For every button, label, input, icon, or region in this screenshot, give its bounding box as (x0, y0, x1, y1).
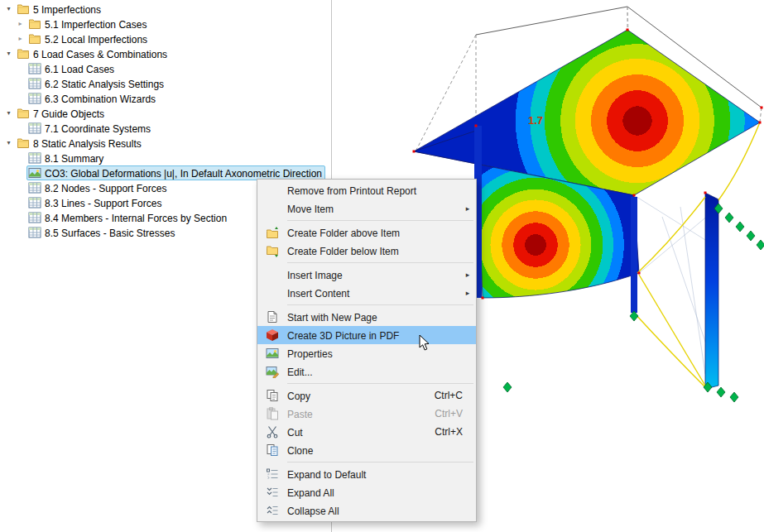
tree-item-label: 7.1 Coordinate Systems (45, 122, 151, 135)
menu-item-create-folder-below-item[interactable]: Create Folder below Item (257, 242, 476, 260)
menu-item-label: Remove from Printout Report (287, 185, 473, 197)
table-icon (28, 77, 41, 90)
image-icon (28, 166, 41, 180)
tree-item-7-guide-objects[interactable]: ▾7 Guide Objects (0, 106, 329, 121)
tree-node[interactable]: 8.4 Members - Internal Forces by Section (26, 210, 230, 225)
menu-item-copy[interactable]: CopyCtrl+C (257, 386, 476, 405)
menu-item-label: Move Item (287, 203, 463, 215)
menu-icon-gutter (257, 504, 287, 517)
copy-icon (266, 389, 279, 402)
table-icon (28, 122, 41, 135)
menu-item-paste: PasteCtrl+V (257, 405, 476, 423)
tree-item-label: 6.3 Combination Wizards (45, 93, 156, 105)
menu-item-label: Cut (287, 426, 435, 439)
tree-node[interactable]: 6 Load Cases & Combinations (15, 46, 171, 61)
tree-item-8-static-analysis-results[interactable]: ▾8 Static Analysis Results (0, 136, 329, 151)
tree-item-5-imperfections[interactable]: ▾5 Imperfections (0, 2, 329, 17)
tree-node[interactable]: 5 Imperfections (15, 2, 104, 17)
menu-item-label: Paste (287, 408, 435, 420)
table-icon (28, 226, 41, 239)
menu-item-clone[interactable]: Clone (257, 441, 476, 459)
menu-item-properties[interactable]: Properties (257, 344, 476, 362)
tree-item-7-1-coordinate-systems[interactable]: 7.1 Coordinate Systems (0, 121, 329, 136)
menu-icon-gutter (257, 328, 287, 342)
tree-item-6-1-load-cases[interactable]: 6.1 Load Cases (0, 61, 329, 76)
folder-icon (17, 107, 30, 120)
folder-icon (17, 47, 30, 60)
menu-item-label: Create 3D Picture in PDF (287, 329, 473, 342)
tree-node[interactable]: 8.1 Summary (26, 151, 107, 165)
clone-icon (266, 443, 279, 457)
menu-item-label: Expand to Default (287, 468, 473, 481)
table-icon (28, 181, 41, 194)
menu-item-start-with-new-page[interactable]: Start with New Page (257, 308, 476, 326)
menu-item-create-folder-above-item[interactable]: Create Folder above Item (257, 223, 476, 242)
menu-item-cut[interactable]: CutCtrl+X (257, 423, 476, 441)
menu-separator (287, 462, 473, 463)
chevron-collapsed-icon[interactable]: ▸ (14, 31, 26, 46)
chevron-expanded-icon[interactable]: ▾ (2, 106, 15, 121)
menu-item-move-item[interactable]: Move Item▸ (257, 199, 476, 218)
menu-separator (287, 383, 473, 384)
tree-item-label: 8.4 Members - Internal Forces by Section (45, 212, 227, 224)
menu-item-label: Insert Image (287, 269, 463, 281)
menu-item-expand-all[interactable]: Expand All (257, 483, 476, 501)
menu-item-insert-content[interactable]: Insert Content▸ (257, 284, 476, 302)
tree-item-8-1-summary[interactable]: 8.1 Summary (0, 151, 329, 165)
tree-item-label: 8.1 Summary (45, 152, 103, 165)
menu-item-remove-from-printout-report[interactable]: Remove from Printout Report (257, 181, 476, 199)
context-menu: Remove from Printout ReportMove Item▸Cre… (257, 179, 477, 522)
tree-item-6-3-combination-wizards[interactable]: 6.3 Combination Wizards (0, 91, 329, 106)
tree-item-label: 5 Imperfections (33, 3, 101, 16)
tree-node[interactable]: 7.1 Coordinate Systems (26, 121, 154, 136)
menu-item-create-3d-picture-in-pdf[interactable]: Create 3D Picture in PDF (257, 326, 476, 344)
menu-separator (287, 220, 473, 221)
chevron-expanded-icon[interactable]: ▾ (2, 46, 15, 61)
chevron-collapsed-icon[interactable]: ▸ (14, 17, 26, 31)
tree-node[interactable]: 5.1 Imperfection Cases (26, 17, 150, 31)
tree-item-6-2-static-analysis-settings[interactable]: 6.2 Static Analysis Settings (0, 76, 329, 91)
tree-node[interactable]: 8.3 Lines - Support Forces (26, 195, 165, 210)
menu-item-expand-to-default[interactable]: Expand to Default (257, 465, 476, 483)
table-icon (28, 151, 41, 165)
mouse-cursor (419, 334, 430, 352)
menu-item-edit[interactable]: Edit... (257, 362, 476, 381)
table-icon (28, 211, 41, 224)
tree-item-5-1-imperfection-cases[interactable]: ▸5.1 Imperfection Cases (0, 17, 329, 31)
folder-above-icon (266, 226, 279, 239)
printout-report-window: 1.7 ▾5 Imperfections▸5.1 Imperfection Ca… (0, 0, 764, 532)
chevron-expanded-icon[interactable]: ▾ (2, 136, 15, 151)
tree-item-6-load-cases-combinations[interactable]: ▾6 Load Cases & Combinations (0, 46, 329, 61)
tree-node[interactable]: 6.3 Combination Wizards (26, 91, 159, 106)
chevron-expanded-icon[interactable]: ▾ (2, 2, 15, 17)
blank-icon (266, 286, 279, 300)
menu-separator (287, 304, 473, 305)
tree-item-label: 5.1 Imperfection Cases (45, 18, 147, 31)
tree-node[interactable]: 8.2 Nodes - Support Forces (26, 180, 170, 195)
blank-icon (266, 202, 279, 215)
menu-icon-gutter (257, 184, 287, 197)
folder-icon (28, 17, 41, 31)
blank-icon (266, 184, 279, 197)
menu-item-shortcut: Ctrl+X (435, 426, 463, 438)
tree-node[interactable]: 6.1 Load Cases (26, 61, 118, 76)
tree-item-5-2-local-imperfections[interactable]: ▸5.2 Local Imperfections (0, 31, 329, 46)
tree-node[interactable]: 5.2 Local Imperfections (26, 31, 151, 46)
menu-icon-gutter (257, 443, 287, 457)
menu-icon-gutter (257, 286, 287, 300)
tree-item-label: 8 Static Analysis Results (33, 137, 142, 150)
menu-item-label: Create Folder above Item (287, 227, 473, 239)
cube-3d-icon (266, 328, 279, 342)
properties-icon (266, 347, 279, 360)
menu-icon-gutter (257, 347, 287, 360)
menu-icon-gutter (257, 486, 287, 499)
tree-node[interactable]: 8 Static Analysis Results (15, 136, 145, 151)
menu-item-collapse-all[interactable]: Collapse All (257, 501, 476, 520)
tree-node[interactable]: 8.5 Surfaces - Basic Stresses (26, 225, 178, 240)
menu-item-insert-image[interactable]: Insert Image▸ (257, 266, 476, 284)
tree-item-label: 8.5 Surfaces - Basic Stresses (45, 227, 175, 239)
tree-node[interactable]: 6.2 Static Analysis Settings (26, 76, 167, 91)
collapse-all-icon (266, 504, 279, 517)
tree-item-label: 8.2 Nodes - Support Forces (45, 182, 166, 194)
tree-node[interactable]: 7 Guide Objects (15, 106, 108, 121)
